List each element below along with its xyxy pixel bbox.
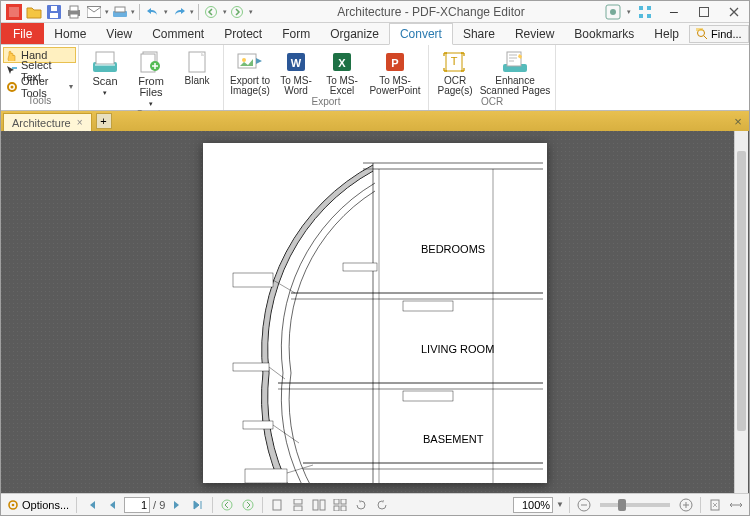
new-tab-button[interactable]: + bbox=[96, 113, 112, 129]
to-excel-button[interactable]: X To MS-Excel bbox=[320, 47, 364, 96]
to-powerpoint-button[interactable]: P To MS-PowerPoint bbox=[366, 47, 424, 96]
fit-page-button[interactable] bbox=[706, 496, 724, 514]
gear-icon bbox=[6, 81, 18, 93]
zoom-out-button[interactable] bbox=[575, 496, 593, 514]
next-view-button[interactable] bbox=[239, 496, 257, 514]
svg-rect-28 bbox=[95, 64, 115, 66]
undo-icon[interactable] bbox=[144, 3, 162, 21]
options-button[interactable]: Options... bbox=[5, 496, 71, 514]
other-tools-menu[interactable]: Other Tools ▾ bbox=[3, 79, 76, 95]
email-icon[interactable] bbox=[85, 3, 103, 21]
gear-small-icon bbox=[7, 499, 19, 511]
svg-rect-81 bbox=[334, 506, 339, 511]
window-title: Architecture - PDF-XChange Editor bbox=[257, 5, 605, 19]
svg-rect-44 bbox=[507, 52, 521, 66]
app-icon bbox=[5, 3, 23, 21]
blank-button[interactable]: Blank bbox=[175, 47, 219, 109]
minimize-button[interactable]: ─ bbox=[659, 1, 689, 23]
chevron-down-icon: ▾ bbox=[69, 82, 73, 91]
vertical-scrollbar[interactable] bbox=[734, 131, 748, 493]
zoom-slider[interactable] bbox=[600, 503, 670, 507]
title-bar: ▾ ▾ ▾ ▾ ▾ ▾ Architecture - PDF-XChange E… bbox=[1, 1, 749, 23]
last-page-button[interactable] bbox=[189, 496, 207, 514]
scrollbar-thumb[interactable] bbox=[737, 151, 746, 431]
document-viewport[interactable]: BEDROOMS LIVING ROOM BASEMENT bbox=[1, 131, 749, 493]
tab-review[interactable]: Review bbox=[505, 23, 564, 44]
close-button[interactable] bbox=[719, 1, 749, 23]
layout-single-button[interactable] bbox=[268, 496, 286, 514]
launch-icon[interactable] bbox=[637, 4, 653, 20]
rotate-cw-button[interactable] bbox=[373, 496, 391, 514]
layout-facing-button[interactable] bbox=[310, 496, 328, 514]
tab-share[interactable]: Share bbox=[453, 23, 505, 44]
svg-rect-18 bbox=[700, 7, 709, 16]
scan-qat-icon[interactable] bbox=[111, 3, 129, 21]
svg-rect-68 bbox=[403, 391, 453, 401]
from-files-icon bbox=[136, 49, 166, 75]
find-icon bbox=[696, 28, 708, 40]
tab-bookmarks[interactable]: Bookmarks bbox=[564, 23, 644, 44]
options-label: Options... bbox=[22, 499, 69, 511]
tab-organize[interactable]: Organize bbox=[320, 23, 389, 44]
rotate-ccw-button[interactable] bbox=[352, 496, 370, 514]
export-images-button[interactable]: Export to Image(s) bbox=[228, 47, 272, 96]
svg-rect-78 bbox=[320, 500, 325, 510]
document-tab[interactable]: Architecture × bbox=[3, 113, 92, 131]
ribbon-panel: Hand Select Text Other Tools ▾ Tools Sca… bbox=[1, 45, 749, 111]
svg-rect-17 bbox=[647, 14, 651, 18]
export-images-icon bbox=[235, 49, 265, 75]
enhance-scanned-button[interactable]: Enhance Scanned Pages bbox=[479, 47, 551, 96]
svg-text:LIVING ROOM: LIVING ROOM bbox=[421, 343, 494, 355]
fit-width-button[interactable] bbox=[727, 496, 745, 514]
svg-text:W: W bbox=[291, 57, 302, 69]
page-number-input[interactable] bbox=[124, 497, 150, 513]
tab-protect[interactable]: Protect bbox=[214, 23, 272, 44]
document-tab-bar: Architecture × + × bbox=[1, 111, 749, 131]
tab-view[interactable]: View bbox=[96, 23, 142, 44]
svg-text:BASEMENT: BASEMENT bbox=[423, 433, 484, 445]
status-bar: Options... / 9 ▼ bbox=[1, 493, 749, 515]
tools-group: Hand Select Text Other Tools ▾ Tools bbox=[1, 45, 79, 110]
redo-icon[interactable] bbox=[170, 3, 188, 21]
svg-text:X: X bbox=[338, 57, 346, 69]
scanner-icon bbox=[90, 49, 120, 75]
svg-point-73 bbox=[243, 500, 253, 510]
prev-page-button[interactable] bbox=[103, 496, 121, 514]
layout-continuous-button[interactable] bbox=[289, 496, 307, 514]
zoom-dropdown-icon[interactable]: ▼ bbox=[556, 500, 564, 509]
tab-comment[interactable]: Comment bbox=[142, 23, 214, 44]
first-page-button[interactable] bbox=[82, 496, 100, 514]
find-button[interactable]: Find... bbox=[689, 25, 749, 43]
open-icon[interactable] bbox=[25, 3, 43, 21]
svg-point-10 bbox=[206, 6, 217, 17]
tab-form[interactable]: Form bbox=[272, 23, 320, 44]
page-total: / 9 bbox=[153, 499, 165, 511]
doc-tab-close-icon[interactable]: × bbox=[77, 117, 83, 128]
prev-view-button[interactable] bbox=[218, 496, 236, 514]
zoom-in-button[interactable] bbox=[677, 496, 695, 514]
nav-forward-icon[interactable] bbox=[229, 3, 247, 21]
print-icon[interactable] bbox=[65, 3, 83, 21]
ocr-pages-button[interactable]: T OCR Page(s) bbox=[433, 47, 477, 96]
save-icon[interactable] bbox=[45, 3, 63, 21]
word-icon: W bbox=[281, 49, 311, 75]
export-group: Export to Image(s) W To MS-Word X To MS-… bbox=[224, 45, 429, 110]
ui-options-icon[interactable] bbox=[605, 4, 621, 20]
close-all-tabs-button[interactable]: × bbox=[729, 112, 747, 130]
nav-back-icon[interactable] bbox=[203, 3, 221, 21]
zoom-input[interactable] bbox=[513, 497, 553, 513]
to-word-button[interactable]: W To MS-Word bbox=[274, 47, 318, 96]
svg-rect-16 bbox=[639, 14, 643, 18]
tab-help[interactable]: Help bbox=[644, 23, 689, 44]
ocr-label: OCR bbox=[433, 96, 551, 110]
layout-facing-cont-button[interactable] bbox=[331, 496, 349, 514]
maximize-button[interactable] bbox=[689, 1, 719, 23]
zoom-slider-knob[interactable] bbox=[618, 499, 626, 511]
next-page-button[interactable] bbox=[168, 496, 186, 514]
scan-button[interactable]: Scan▾ bbox=[83, 47, 127, 109]
svg-point-72 bbox=[222, 500, 232, 510]
file-tab[interactable]: File bbox=[1, 23, 44, 44]
tab-convert[interactable]: Convert bbox=[389, 23, 453, 45]
tab-home[interactable]: Home bbox=[44, 23, 96, 44]
from-files-button[interactable]: From Files▾ bbox=[129, 47, 173, 109]
